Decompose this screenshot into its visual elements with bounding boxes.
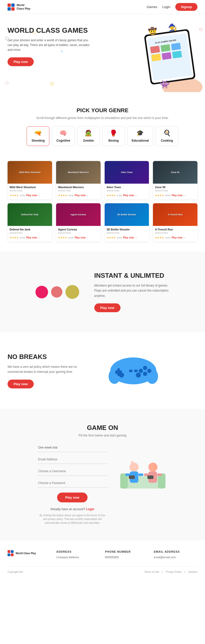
genre-tab-icon: 🍳 xyxy=(160,130,174,137)
game-play-link[interactable]: Play now → xyxy=(26,236,40,239)
instant-cta-button[interactable]: Play now xyxy=(94,303,120,312)
svg-rect-9 xyxy=(150,46,160,53)
genre-tab-label: Zombie xyxy=(83,139,94,142)
game-genre: SHOOTING xyxy=(107,189,147,192)
game-thumbnail: 3D Bottle Shooter xyxy=(105,203,149,226)
game-play-link[interactable]: Play now → xyxy=(172,236,186,239)
username-field xyxy=(37,467,108,476)
genre-tab-boxing[interactable]: 🥊Boxing xyxy=(102,126,125,146)
game-card: Agent Curiosa Agent Curiosa SHOOTING ★★★… xyxy=(56,203,101,242)
genre-tab-icon: 🔫 xyxy=(31,130,45,137)
game-thumbnail: Alien Town xyxy=(105,161,149,184)
svg-rect-46 xyxy=(11,550,14,553)
svg-text:👾: 👾 xyxy=(160,79,170,89)
gameon-section: GAME ON Fill the form below and start ga… xyxy=(0,409,205,540)
nav-games-link[interactable]: Games xyxy=(147,5,157,9)
username-input[interactable] xyxy=(37,467,108,476)
game-play-link[interactable]: Play now → xyxy=(123,194,137,197)
genre-tab-cognitive[interactable]: 🧠Cognitive xyxy=(52,126,74,146)
game-stars: ★★★★ xyxy=(58,236,67,239)
gameon-subtitle: Fill the form below and start gaming xyxy=(8,434,197,437)
genre-tab-educational[interactable]: 🎓Educational xyxy=(127,126,153,146)
footer-link-0[interactable]: Terms of Use xyxy=(144,571,159,573)
footer-link-2[interactable]: Seasom xyxy=(188,571,197,573)
game-play-link[interactable]: Play now → xyxy=(26,194,40,197)
genre-tab-label: Shooting xyxy=(31,139,45,142)
genre-tab-shooting[interactable]: 🔫Shooting xyxy=(27,126,49,146)
game-genre: SHOOTING xyxy=(10,189,50,192)
game-thumb-label: 3D Bottle Shooter xyxy=(105,203,149,226)
genre-tab-cooking[interactable]: 🍳Cooking xyxy=(156,126,178,146)
svg-rect-48 xyxy=(11,553,14,556)
game-thumb-label: X-Trench Run xyxy=(153,203,197,226)
game-name: Wasteland Warriors xyxy=(58,186,99,189)
footer-top: World Class Play ADDRESS Company Address… xyxy=(8,550,197,559)
svg-rect-3 xyxy=(11,7,15,11)
nav-login-link[interactable]: Login xyxy=(162,5,170,9)
genre-section: PICK YOUR GENRE Scroll through different… xyxy=(0,95,205,161)
game-info: Wild West Shootout SHOOTING ★★★★ (233) P… xyxy=(8,184,52,199)
game-play-link[interactable]: Play now → xyxy=(172,194,186,197)
game-info: Alien Town SHOOTING ★★★★ (134) Play now … xyxy=(105,184,149,199)
footer-email-label: EMAIL ADDRESS xyxy=(154,550,197,553)
logo-icon xyxy=(8,4,15,11)
game-name: 3D Bottle Shooter xyxy=(107,228,147,231)
trial-select[interactable]: One week trialMonthlyYearly xyxy=(37,443,108,452)
circle-pink xyxy=(35,286,48,298)
nav-links: Games Login Signup xyxy=(147,3,197,11)
instant-content: INSTANT & UNLIMTED Members get instant a… xyxy=(94,272,170,312)
game-card: Zone 90 Zone 90 SHOOTING ★★★★ (390) Play… xyxy=(153,161,197,199)
genre-tab-icon: 🎓 xyxy=(132,130,149,137)
hero-section: △ ◻ ✕ ◇ ▷ WORLD CLASS GAMES Get your pho… xyxy=(0,14,205,95)
game-genre: SHOOTING xyxy=(58,189,99,192)
password-field xyxy=(37,479,108,488)
password-input[interactable] xyxy=(37,479,108,488)
gameon-submit-button[interactable]: Play now xyxy=(57,493,87,502)
footer-phone-value: 800000005 xyxy=(105,556,149,559)
genre-tab-label: Cooking xyxy=(161,139,173,142)
form-login-text: Already have an account? Login xyxy=(37,507,108,511)
game-info: X-Trench Run SHOOTING ★★★★ (432) Play no… xyxy=(153,226,197,242)
genre-tab-icon: 🧠 xyxy=(56,130,70,137)
email-input[interactable] xyxy=(37,455,108,464)
login-link[interactable]: Login xyxy=(86,507,94,511)
navbar: World Class Play Games Login Signup xyxy=(0,0,205,14)
nav-signup-button[interactable]: Signup xyxy=(175,3,197,11)
deco-diamond-1: ◇ xyxy=(5,79,9,86)
game-play-link[interactable]: Play now → xyxy=(75,236,89,239)
game-genre: SHOOTING xyxy=(155,189,195,192)
footer-brand: World Class Play xyxy=(8,550,51,559)
genre-tab-icon: 🧟 xyxy=(81,130,95,137)
svg-rect-14 xyxy=(172,51,182,58)
svg-rect-11 xyxy=(171,43,181,51)
game-play-link[interactable]: Play now → xyxy=(75,194,89,197)
footer-links: Terms of Use|Privacy Policy|Seasom xyxy=(144,571,197,573)
genre-subtitle: Scroll through different genres from mul… xyxy=(8,116,197,120)
game-rating: (134) xyxy=(117,194,122,197)
genre-tab-label: Educational xyxy=(132,139,149,142)
game-thumb-label: Defend the Tank xyxy=(8,203,52,226)
game-stars: ★★★★ xyxy=(107,236,116,239)
nobreaks-cta-button[interactable]: Play now xyxy=(8,380,34,388)
nobreaks-title: NO BREAKS xyxy=(8,353,93,361)
game-thumbnail: Defend the Tank xyxy=(8,203,52,226)
game-name: Zone 90 xyxy=(155,186,195,189)
svg-rect-10 xyxy=(160,44,170,52)
svg-rect-0 xyxy=(8,4,11,7)
gameon-illustration xyxy=(118,443,168,495)
footer-link-1[interactable]: Privacy Policy xyxy=(166,571,181,573)
game-card: Wild West Shootout Wild West Shootout SH… xyxy=(8,161,52,199)
phone-svg: PLAY GAMES ONLINE 🤠 🧙 👾 xyxy=(132,17,202,92)
svg-rect-2 xyxy=(8,7,11,11)
gameon-form: One week trialMonthlyYearly Play now Alr… xyxy=(37,443,108,525)
game-play-link[interactable]: Play now → xyxy=(123,236,137,239)
game-info: Defend the tank SHOOTING ★★★★ (233) Play… xyxy=(8,226,52,242)
game-genre: SHOOTING xyxy=(155,232,195,234)
game-rating: (432) xyxy=(165,236,171,239)
genre-tab-label: Cognitive xyxy=(56,139,70,142)
nobreaks-text: We have a zero ad policy which means the… xyxy=(8,364,93,375)
game-info: Zone 90 SHOOTING ★★★★ (390) Play now → xyxy=(153,184,197,199)
genre-tab-zombie[interactable]: 🧟Zombie xyxy=(77,126,100,146)
hero-cta-button[interactable]: Play now xyxy=(8,57,34,66)
svg-rect-43 xyxy=(147,475,153,479)
